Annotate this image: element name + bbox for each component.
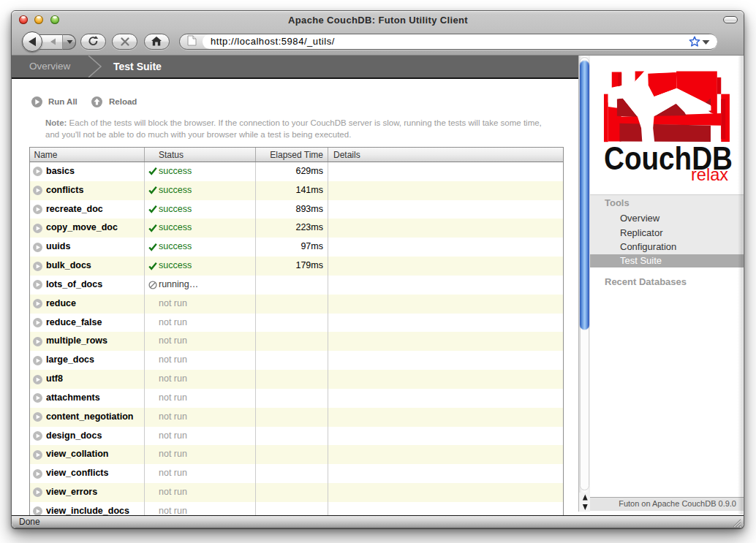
svg-text:relax: relax	[691, 166, 728, 183]
